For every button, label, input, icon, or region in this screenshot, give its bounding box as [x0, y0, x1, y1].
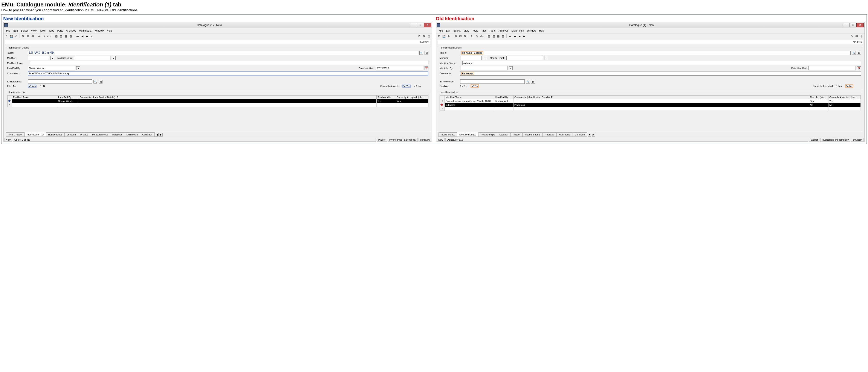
table-row[interactable]: * — [7, 103, 428, 107]
modifier-rank-field[interactable] — [74, 56, 111, 60]
module2-button[interactable]: 🗐 — [459, 34, 462, 38]
menu-window[interactable]: Window — [526, 29, 538, 33]
menu-multimedia[interactable]: Multimedia — [510, 29, 526, 33]
close-button[interactable]: ✕ — [857, 23, 864, 27]
grid-new[interactable]: Modified Taxon Identified By:... Comment… — [7, 95, 428, 107]
sheet4-button[interactable]: ▧ — [68, 34, 72, 38]
record-id-input[interactable] — [5, 40, 430, 44]
menu-tools[interactable]: Tools — [470, 29, 479, 33]
cell-mod_taxon[interactable] — [12, 99, 57, 103]
menubar[interactable]: FileEditSelectViewToolsTabsPartsArchives… — [3, 28, 432, 33]
menu-archives[interactable]: Archives — [497, 29, 510, 33]
cell-idx[interactable]: * — [7, 103, 12, 107]
tab-invert-paleo-[interactable]: Invert. Paleo. — [438, 132, 457, 137]
taxon-detail-button[interactable]: ▤ — [425, 51, 428, 55]
id-reference-lookup-button[interactable]: 🔍 — [93, 80, 97, 83]
save-button[interactable]: 💾 — [442, 34, 446, 38]
grid-filedas-header[interactable]: Filed As: (Ide... — [377, 96, 396, 99]
table-row[interactable]: 2old namePecten sp.NoNo — [440, 103, 861, 107]
record-id-input[interactable] — [438, 40, 863, 44]
tab-relationships[interactable]: Relationships — [46, 132, 65, 137]
paste-page-button[interactable]: 🗐 — [422, 34, 426, 38]
cell-ident_by[interactable]: Shawn Wied... — [57, 99, 79, 103]
module1-button[interactable]: 🗐 — [21, 34, 25, 38]
forbid-button[interactable]: ⊘ — [447, 34, 451, 38]
save-button[interactable]: 💾 — [9, 34, 13, 38]
grid-comments-header[interactable]: Comments: (Identification Details) IP — [79, 96, 377, 99]
cell-curr_acc[interactable]: Yes — [396, 99, 428, 103]
menubar[interactable]: FileEditSelectViewToolsTabsPartsArchives… — [436, 28, 865, 33]
menu-multimedia[interactable]: Multimedia — [78, 29, 93, 33]
tab-measurements[interactable]: Measurements — [522, 132, 543, 137]
tab-invert-paleo-[interactable]: Invert. Paleo. — [6, 132, 25, 137]
cell-filed_as[interactable]: No — [809, 103, 829, 107]
copy-page-button[interactable]: 🗋 — [417, 34, 421, 38]
tabnav-next[interactable]: ▶ — [592, 133, 595, 137]
tab-multimedia[interactable]: Multimedia — [124, 132, 140, 137]
tab-project[interactable]: Project — [510, 132, 523, 137]
sheet3-button[interactable]: ▦ — [64, 34, 68, 38]
cell-filed_as[interactable]: Yes — [809, 99, 829, 103]
new-doc-button[interactable]: 🗋 — [437, 34, 441, 38]
date-identified-field[interactable] — [808, 66, 856, 70]
sheet4-button[interactable]: ▧ — [501, 34, 505, 38]
taxon-detail-button[interactable]: ▤ — [857, 51, 861, 55]
nav-last-button[interactable]: ⏭ — [90, 34, 94, 38]
new-doc-button[interactable]: 🗋 — [5, 34, 9, 38]
sort-button[interactable]: A↓ — [38, 34, 42, 38]
edit-pencil-button[interactable]: ✎ — [475, 34, 479, 38]
grid-modtaxon-header[interactable]: Modified Taxon — [12, 96, 57, 99]
comments-field[interactable]: Pecten sp. — [460, 71, 861, 75]
modified-taxon-field[interactable] — [30, 61, 428, 65]
abc-check-button[interactable]: abc — [480, 34, 484, 38]
modifier-field[interactable] — [460, 56, 482, 60]
filed-as-no[interactable]: No — [40, 85, 46, 88]
id-reference-detail-button[interactable]: ▤ — [531, 80, 535, 83]
id-reference-field[interactable] — [28, 79, 92, 84]
grid-curracc-header[interactable]: Currently Accepted: (Ide... — [829, 96, 861, 99]
cell-curr_acc[interactable]: Yes — [829, 99, 861, 103]
modifier-rank-field[interactable] — [506, 56, 543, 60]
copy-page-button[interactable]: 🗋 — [850, 34, 854, 38]
minimize-button[interactable]: — — [410, 23, 417, 27]
menu-tools[interactable]: Tools — [38, 29, 47, 33]
date-calendar-button[interactable] — [857, 66, 861, 70]
menu-edit[interactable]: Edit — [444, 29, 452, 33]
tab-project[interactable]: Project — [78, 132, 90, 137]
sheet2-button[interactable]: ▥ — [59, 34, 63, 38]
identified-by-lookup-button[interactable]: ▾ — [509, 66, 513, 70]
tab-identification-1-[interactable]: Identification (1) — [25, 132, 46, 137]
grid-filedas-header[interactable]: Filed As: (Ide... — [809, 96, 829, 99]
nav-prev-button[interactable]: ◀ — [513, 34, 517, 38]
tab-location[interactable]: Location — [497, 132, 511, 137]
grid-idx-header[interactable] — [7, 96, 12, 99]
cell-ident_by[interactable] — [494, 107, 514, 111]
modified-taxon-field[interactable] — [462, 61, 861, 65]
filed-as-yes[interactable]: Yes — [460, 85, 467, 88]
paste-page-button[interactable]: 🗐 — [855, 34, 859, 38]
modifier-lookup-button[interactable]: ▾ — [483, 56, 487, 60]
cell-filed_as[interactable] — [377, 103, 396, 107]
cell-comments[interactable] — [514, 99, 809, 103]
cell-comments[interactable] — [79, 99, 377, 103]
menu-file[interactable]: File — [5, 29, 12, 33]
forbid-button[interactable]: ⊘ — [14, 34, 18, 38]
menu-edit[interactable]: Edit — [12, 29, 19, 33]
grid-comments-header[interactable]: Comments: (Identification Details) IP — [514, 96, 809, 99]
cell-filed_as[interactable] — [809, 107, 829, 111]
menu-help[interactable]: Help — [105, 29, 114, 33]
taxon-lookup-button[interactable]: 🔍 — [420, 51, 423, 55]
currently-accepted-yes[interactable]: Yes — [403, 85, 410, 88]
menu-select[interactable]: Select — [19, 29, 29, 33]
sheet2-button[interactable]: ▥ — [492, 34, 495, 38]
menu-help[interactable]: Help — [537, 29, 546, 33]
taxon-field[interactable]: old name - Species — [460, 50, 850, 55]
menu-parts[interactable]: Parts — [56, 29, 65, 33]
currently-accepted-yes[interactable]: Yes — [835, 85, 842, 88]
tab-relationships[interactable]: Relationships — [478, 132, 497, 137]
identified-by-field[interactable] — [28, 66, 75, 70]
menu-view[interactable]: View — [462, 29, 470, 33]
tabnav-prev[interactable]: ◀ — [588, 133, 591, 137]
menu-archives[interactable]: Archives — [65, 29, 78, 33]
tabnav-prev[interactable]: ◀ — [155, 133, 159, 137]
